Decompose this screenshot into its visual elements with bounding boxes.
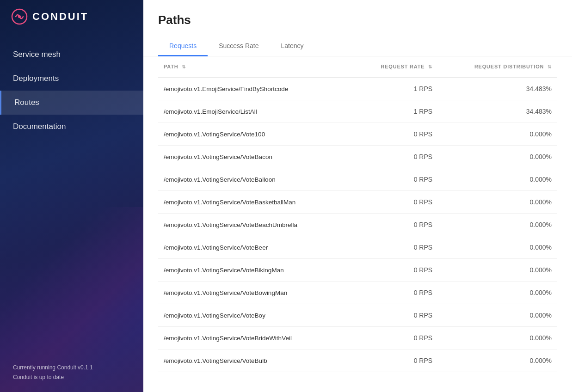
- table-row: /emojivoto.v1.VotingService/Vote1000 RPS…: [158, 123, 557, 146]
- cell-dist: 0.000%: [438, 282, 557, 304]
- cell-dist: 0.000%: [438, 123, 557, 146]
- table-header-row: PATH ⇅ REQUEST RATE ⇅ REQUEST DISTRIBUTI…: [158, 56, 557, 77]
- cell-rate: 1 RPS: [353, 77, 438, 100]
- table-row: /emojivoto.v1.VotingService/VoteBacon0 R…: [158, 146, 557, 168]
- cell-rate: 0 RPS: [353, 282, 438, 304]
- tab-requests[interactable]: Requests: [158, 37, 208, 56]
- table-row: /emojivoto.v1.VotingService/VoteBowingMa…: [158, 282, 557, 304]
- cell-path: /emojivoto.v1.VotingService/VoteBowingMa…: [158, 282, 353, 304]
- cell-rate: 0 RPS: [353, 214, 438, 236]
- sidebar-footer: Currently running Conduit v0.1.1 Conduit…: [0, 354, 143, 392]
- cell-path: /emojivoto.v1.VotingService/VoteBacon: [158, 146, 353, 168]
- sidebar-item-deployments[interactable]: Deployments: [0, 67, 143, 91]
- sidebar-navigation: Service mesh Deployments Routes Document…: [0, 33, 143, 354]
- cell-path: /emojivoto.v1.VotingService/VoteBasketba…: [158, 191, 353, 214]
- cell-path: /emojivoto.v1.VotingService/VoteBikingMa…: [158, 259, 353, 282]
- table-row: /emojivoto.v1.VotingService/VoteBasketba…: [158, 191, 557, 214]
- table-body: /emojivoto.v1.EmojiService/FindByShortco…: [158, 77, 557, 372]
- cell-dist: 0.000%: [438, 191, 557, 214]
- logo-text: CONDUIT: [32, 11, 88, 23]
- cell-dist: 0.000%: [438, 349, 557, 372]
- main-header: Paths Requests Success Rate Latency: [143, 0, 572, 56]
- cell-rate: 0 RPS: [353, 259, 438, 282]
- footer-version: Currently running Conduit v0.1.1: [13, 363, 130, 373]
- table-row: /emojivoto.v1.EmojiService/FindByShortco…: [158, 77, 557, 100]
- logo-area: CONDUIT: [0, 0, 143, 33]
- cell-rate: 0 RPS: [353, 327, 438, 349]
- cell-rate: 0 RPS: [353, 123, 438, 146]
- table-row: /emojivoto.v1.VotingService/VoteBeachUmb…: [158, 214, 557, 236]
- cell-path: /emojivoto.v1.VotingService/VoteBulb: [158, 349, 353, 372]
- svg-point-1: [18, 15, 21, 18]
- cell-rate: 0 RPS: [353, 146, 438, 168]
- cell-dist: 34.483%: [438, 100, 557, 123]
- table-row: /emojivoto.v1.VotingService/VoteBeer0 RP…: [158, 236, 557, 259]
- cell-path: /emojivoto.v1.VotingService/VoteBoy: [158, 304, 353, 327]
- conduit-logo-icon: [11, 8, 28, 25]
- cell-path: /emojivoto.v1.EmojiService/FindByShortco…: [158, 77, 353, 100]
- cell-rate: 0 RPS: [353, 349, 438, 372]
- cell-rate: 1 RPS: [353, 100, 438, 123]
- cell-rate: 0 RPS: [353, 191, 438, 214]
- cell-dist: 0.000%: [438, 236, 557, 259]
- sort-icon-path: ⇅: [182, 64, 186, 69]
- table-row: /emojivoto.v1.VotingService/VoteBalloon0…: [158, 168, 557, 191]
- page-title: Paths: [158, 13, 557, 27]
- table-row: /emojivoto.v1.VotingService/VoteBrideWit…: [158, 327, 557, 349]
- cell-dist: 0.000%: [438, 214, 557, 236]
- footer-update-status: Conduit is up to date: [13, 373, 130, 383]
- tab-success-rate[interactable]: Success Rate: [208, 37, 270, 56]
- cell-path: /emojivoto.v1.VotingService/VoteBeer: [158, 236, 353, 259]
- col-request-dist[interactable]: REQUEST DISTRIBUTION ⇅: [438, 56, 557, 77]
- table-row: /emojivoto.v1.VotingService/VoteBulb0 RP…: [158, 349, 557, 372]
- cell-path: /emojivoto.v1.VotingService/VoteBrideWit…: [158, 327, 353, 349]
- cell-dist: 0.000%: [438, 168, 557, 191]
- sidebar: CONDUIT Service mesh Deployments Routes …: [0, 0, 143, 392]
- sidebar-item-documentation[interactable]: Documentation: [0, 115, 143, 139]
- table-container: PATH ⇅ REQUEST RATE ⇅ REQUEST DISTRIBUTI…: [143, 56, 572, 392]
- cell-dist: 34.483%: [438, 77, 557, 100]
- cell-dist: 0.000%: [438, 304, 557, 327]
- sort-icon-dist: ⇅: [547, 64, 552, 69]
- sort-icon-rate: ⇅: [428, 64, 432, 69]
- sidebar-item-service-mesh[interactable]: Service mesh: [0, 43, 143, 67]
- cell-path: /emojivoto.v1.EmojiService/ListAll: [158, 100, 353, 123]
- col-path[interactable]: PATH ⇅: [158, 56, 353, 77]
- cell-dist: 0.000%: [438, 259, 557, 282]
- main-content: Paths Requests Success Rate Latency PATH…: [143, 0, 572, 392]
- col-request-rate[interactable]: REQUEST RATE ⇅: [353, 56, 438, 77]
- table-row: /emojivoto.v1.VotingService/VoteBoy0 RPS…: [158, 304, 557, 327]
- table-row: /emojivoto.v1.EmojiService/ListAll1 RPS3…: [158, 100, 557, 123]
- cell-path: /emojivoto.v1.VotingService/VoteBeachUmb…: [158, 214, 353, 236]
- cell-rate: 0 RPS: [353, 304, 438, 327]
- sidebar-item-routes[interactable]: Routes: [0, 91, 143, 115]
- cell-rate: 0 RPS: [353, 236, 438, 259]
- cell-path: /emojivoto.v1.VotingService/Vote100: [158, 123, 353, 146]
- table-row: /emojivoto.v1.VotingService/VoteBikingMa…: [158, 259, 557, 282]
- cell-rate: 0 RPS: [353, 168, 438, 191]
- tab-bar: Requests Success Rate Latency: [158, 37, 557, 56]
- cell-path: /emojivoto.v1.VotingService/VoteBalloon: [158, 168, 353, 191]
- cell-dist: 0.000%: [438, 146, 557, 168]
- paths-table: PATH ⇅ REQUEST RATE ⇅ REQUEST DISTRIBUTI…: [158, 56, 557, 372]
- tab-latency[interactable]: Latency: [270, 37, 315, 56]
- cell-dist: 0.000%: [438, 327, 557, 349]
